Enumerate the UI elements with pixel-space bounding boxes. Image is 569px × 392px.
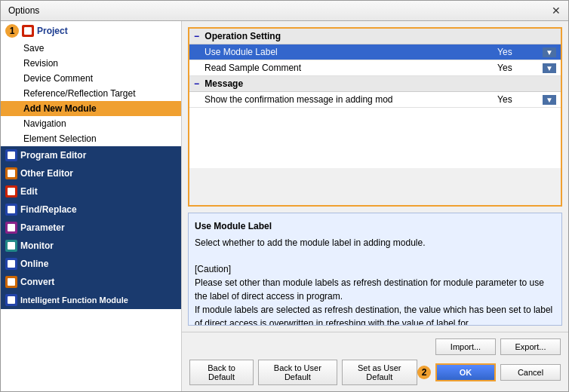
description-title: Use Module Label	[195, 219, 555, 233]
main-content: − Operation Setting Use Module Label Yes…	[182, 21, 568, 391]
sidebar-item-save[interactable]: Save	[1, 41, 181, 56]
export-button[interactable]: Export...	[500, 338, 561, 355]
parameter-icon	[5, 222, 17, 234]
svg-rect-4	[8, 206, 15, 213]
read-sample-comment-dropdown[interactable]: ▼	[543, 63, 556, 73]
settings-table: − Operation Setting Use Module Label Yes…	[189, 29, 561, 168]
ok-button[interactable]: OK	[435, 363, 496, 381]
intelligent-label: Intelligent Function Module	[20, 296, 128, 305]
ok-badge: 2	[417, 366, 431, 379]
sidebar-section-parameter[interactable]: Parameter	[1, 219, 181, 237]
footer-left: Back to Default Back to User Default Set…	[189, 360, 417, 385]
sidebar-section-find-replace[interactable]: Find/Replace	[1, 201, 181, 219]
description-area: Use Module Label Select whether to add t…	[188, 213, 562, 326]
sidebar-item-revision[interactable]: Revision	[1, 56, 181, 71]
svg-rect-5	[8, 224, 15, 231]
sidebar-item-reference[interactable]: Reference/Reflection Target	[1, 86, 181, 101]
online-label: Online	[20, 259, 48, 269]
back-to-user-default-button[interactable]: Back to User Default	[258, 360, 337, 385]
table-row-read-sample-comment[interactable]: Read Sample Comment Yes ▼	[189, 60, 561, 76]
footer-right: 2 OK Cancel	[417, 363, 561, 381]
title-bar: Options ✕	[1, 1, 568, 21]
svg-rect-8	[8, 278, 15, 286]
close-button[interactable]: ✕	[552, 5, 561, 16]
collapse-operation-icon[interactable]: −	[194, 31, 199, 41]
footer-top: Import... Export...	[189, 338, 561, 355]
intelligent-icon	[5, 294, 17, 306]
sidebar-section-monitor[interactable]: Monitor	[1, 237, 181, 255]
sidebar-item-add-new-module[interactable]: Add New Module	[1, 101, 181, 116]
table-row-show-confirmation[interactable]: Show the confirmation message in adding …	[189, 92, 561, 108]
description-line-4: If module labels are selected as refresh…	[195, 303, 555, 326]
footer: Import... Export... Back to Default Back…	[182, 332, 568, 391]
cancel-button[interactable]: Cancel	[500, 364, 561, 381]
operation-setting-header: − Operation Setting	[189, 29, 561, 44]
collapse-message-icon[interactable]: −	[194, 78, 199, 89]
other-editor-label: Other Editor	[20, 168, 73, 179]
dialog-body: 1 Project Save Revision Device Comment R…	[1, 21, 568, 391]
sidebar-section-convert[interactable]: Convert	[1, 273, 181, 291]
project-icon	[22, 25, 34, 37]
monitor-label: Monitor	[20, 240, 54, 251]
sidebar-section-intelligent[interactable]: Intelligent Function Module	[1, 291, 181, 309]
svg-rect-3	[8, 188, 15, 195]
edit-icon	[5, 185, 17, 198]
table-row-use-module-label[interactable]: Use Module Label Yes ▼	[189, 44, 561, 60]
sidebar: 1 Project Save Revision Device Comment R…	[1, 21, 182, 391]
description-line-3: Please set other than module labels as r…	[195, 276, 555, 303]
sidebar-item-navigation[interactable]: Navigation	[1, 116, 181, 131]
parameter-label: Parameter	[20, 222, 65, 233]
options-dialog: Options ✕ 1 Project Save Revision Device…	[0, 0, 569, 392]
svg-rect-1	[8, 152, 15, 159]
online-icon	[5, 258, 17, 270]
settings-table-area: − Operation Setting Use Module Label Yes…	[188, 27, 562, 207]
description-line-2: [Caution]	[195, 262, 555, 276]
sidebar-section-edit[interactable]: Edit	[1, 182, 181, 201]
sidebar-section-program-editor[interactable]: Program Editor	[1, 146, 181, 164]
svg-rect-2	[8, 170, 15, 177]
settings-panel: − Operation Setting Use Module Label Yes…	[182, 21, 568, 332]
project-badge: 1	[5, 24, 19, 38]
svg-rect-6	[8, 242, 15, 250]
use-module-label-dropdown[interactable]: ▼	[543, 47, 556, 57]
other-editor-icon	[5, 167, 17, 179]
sidebar-section-online[interactable]: Online	[1, 255, 181, 273]
convert-label: Convert	[20, 277, 54, 287]
dialog-title: Options	[8, 5, 39, 16]
svg-rect-7	[8, 260, 15, 268]
edit-label: Edit	[20, 186, 38, 197]
monitor-icon	[5, 240, 17, 252]
sidebar-section-project[interactable]: 1 Project	[1, 21, 181, 41]
import-button[interactable]: Import...	[435, 338, 496, 355]
find-replace-icon	[5, 204, 17, 216]
description-line-0: Select whether to add the module label i…	[195, 236, 555, 250]
svg-rect-0	[24, 27, 32, 35]
svg-rect-9	[8, 296, 15, 304]
project-label: Project	[37, 26, 68, 36]
set-as-user-default-button[interactable]: Set as User Default	[342, 360, 417, 385]
back-to-default-button[interactable]: Back to Default	[189, 360, 254, 385]
find-replace-label: Find/Replace	[20, 204, 77, 215]
sidebar-section-other-editor[interactable]: Other Editor	[1, 164, 181, 182]
program-editor-icon	[5, 149, 17, 161]
message-section-header: − Message	[189, 76, 561, 92]
footer-bottom: Back to Default Back to User Default Set…	[189, 360, 561, 385]
program-editor-label: Program Editor	[20, 150, 86, 161]
convert-icon	[5, 276, 17, 288]
sidebar-item-device-comment[interactable]: Device Comment	[1, 71, 181, 86]
show-confirmation-dropdown[interactable]: ▼	[543, 95, 556, 105]
sidebar-item-element-selection[interactable]: Element Selection	[1, 131, 181, 146]
